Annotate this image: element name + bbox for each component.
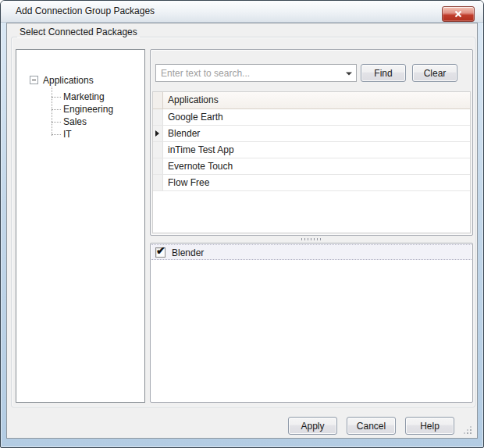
grid-cell: Blender [163, 126, 470, 141]
tree-item-label: Marketing [63, 91, 105, 102]
dialog-window: Add Connection Group Packages Select Con… [0, 0, 484, 448]
tree-item-label: Sales [63, 116, 87, 127]
apply-button[interactable]: Apply [288, 417, 337, 435]
tree-item-label: Engineering [63, 104, 113, 115]
titlebar[interactable]: Add Connection Group Packages [1, 1, 483, 23]
tree-item-engineering[interactable]: Engineering [16, 103, 144, 116]
selected-package-label: Blender [172, 247, 204, 258]
window-title: Add Connection Group Packages [16, 1, 155, 22]
checkbox[interactable]: ✔ [155, 247, 165, 258]
grid-row-evernote-touch[interactable]: Evernote Touch [153, 158, 470, 175]
row-indicator-cell [153, 158, 163, 174]
cancel-button[interactable]: Cancel [347, 417, 396, 435]
close-button[interactable] [442, 6, 475, 22]
find-button[interactable]: Find [361, 64, 406, 82]
grid-header-label: Applications [163, 92, 470, 108]
combo-dropdown-button[interactable] [341, 65, 356, 81]
collapse-minus-icon[interactable] [30, 76, 38, 84]
close-icon [454, 11, 463, 18]
selected-packages-panel: ✔Blender [150, 243, 473, 403]
applications-grid: Applications Google EarthBlenderinTime T… [152, 91, 471, 233]
selected-packages-list: ✔Blender [151, 244, 472, 260]
row-indicator-cell [153, 142, 163, 158]
tree-item-sales[interactable]: Sales [16, 116, 144, 128]
groupbox-label: Select Connected Packages [17, 27, 140, 37]
search-combobox[interactable] [155, 64, 357, 82]
dialog-client: Select Connected Packages Applications M… [6, 23, 478, 439]
splitter[interactable] [150, 236, 473, 243]
tree-item-applications[interactable]: Applications [16, 74, 144, 87]
help-button[interactable]: Help [405, 417, 454, 435]
grid-row-google-earth[interactable]: Google Earth [153, 109, 470, 126]
grid-cell: Google Earth [163, 109, 470, 125]
grid-cell: Evernote Touch [163, 158, 470, 174]
row-indicator-cell [153, 175, 163, 190]
grid-row-blender[interactable]: Blender [153, 126, 470, 142]
grid-cell: Flow Free [163, 175, 470, 190]
clear-button[interactable]: Clear [412, 64, 457, 82]
grid-header-indicator-cell [153, 92, 163, 108]
chevron-down-icon [346, 72, 352, 75]
package-category-tree: Applications MarketingEngineeringSalesIT [16, 49, 145, 403]
grid-row-flow-free[interactable]: Flow Free [153, 175, 470, 191]
tree-children: MarketingEngineeringSalesIT [16, 91, 144, 140]
checkmark-icon: ✔ [156, 245, 165, 256]
row-indicator-cell [153, 109, 163, 125]
resize-grip[interactable] [464, 426, 472, 435]
search-input[interactable] [156, 65, 342, 81]
grid-row-intime-test-app[interactable]: inTime Test App [153, 142, 470, 158]
selected-package-blender[interactable]: ✔Blender [151, 244, 472, 260]
splitter-grip-icon [301, 238, 322, 240]
tree-item-label: IT [63, 129, 72, 140]
tree-root-label: Applications [43, 75, 94, 86]
row-indicator-cell [153, 126, 163, 141]
grid-cell: inTime Test App [163, 142, 470, 158]
grid-header-row[interactable]: Applications [153, 92, 470, 109]
tree-item-marketing[interactable]: Marketing [16, 91, 144, 103]
available-packages-panel: Find Clear Applications Google EarthBlen… [150, 49, 473, 236]
grid-body: Google EarthBlenderinTime Test AppEverno… [153, 109, 470, 191]
tree-item-it[interactable]: IT [16, 128, 144, 140]
current-row-arrow-icon [155, 130, 159, 137]
